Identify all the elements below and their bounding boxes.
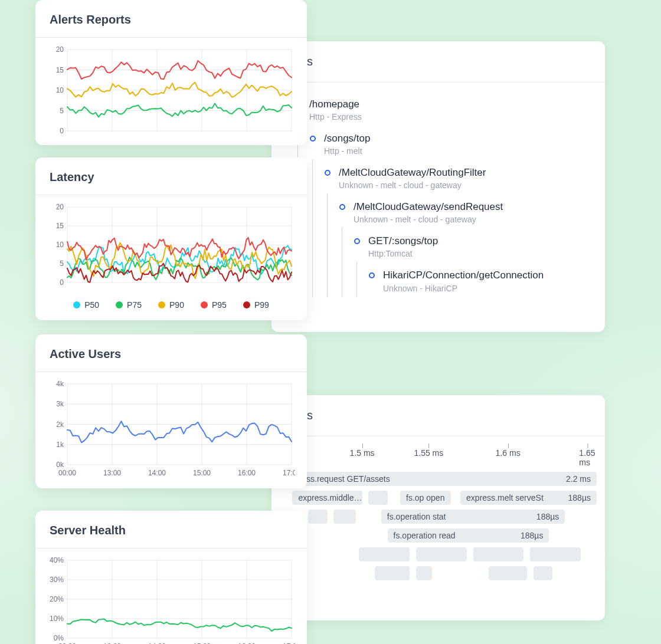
bar-label: fs.operation stat (387, 512, 446, 521)
trace-title: /songs/top (324, 132, 587, 145)
bar-duration: 188µs (515, 531, 543, 540)
latency-card: Latency 05101520 P50P75P90P95P99 (35, 157, 307, 320)
timeline-row: fs.operation read188µs (280, 528, 597, 544)
trace-tree: /homepage Http - Express /songs/top Http… (271, 83, 605, 308)
trace-sub: Http - melt (324, 146, 587, 156)
bar-duration: 188µs (531, 512, 559, 521)
svg-text:0: 0 (60, 278, 64, 286)
health-chart: 0%10%20%30%40%00:0013:0014:0015:0016:001… (47, 557, 295, 644)
trace-title: /MeltCloudGateway/RoutingFilter (339, 166, 587, 179)
timeline-row: express.middle…fs.op openexpress.melt se… (280, 491, 597, 506)
legend-label: P50 (84, 300, 99, 310)
timeline-bar[interactable] (416, 566, 432, 580)
latency-title: Latency (35, 157, 307, 184)
timeline-row (280, 547, 597, 563)
bar-label: fs.op open (406, 493, 444, 502)
svg-text:0: 0 (60, 127, 64, 134)
bar-duration: 2.2 ms (560, 474, 591, 484)
svg-text:10: 10 (56, 241, 64, 249)
svg-text:40%: 40% (50, 557, 64, 564)
trace-dot (310, 136, 316, 142)
latency-legend: P50P75P90P95P99 (35, 297, 307, 320)
timeline-panel-header: s (271, 395, 605, 436)
timeline-tick: 1.6 ms (496, 448, 521, 458)
trace-node[interactable]: HikariCP/Connection/getConnection Unknow… (369, 262, 587, 296)
trace-sub: Unknown - HikariCP (383, 284, 587, 293)
bar-label: express.melt serveSt (466, 493, 544, 502)
svg-text:16:00: 16:00 (238, 469, 256, 477)
timeline-bar[interactable]: express.request GET/assets2.2 ms (280, 472, 597, 486)
svg-text:1k: 1k (56, 441, 64, 449)
svg-text:14:00: 14:00 (148, 469, 166, 477)
timeline-bar[interactable] (375, 566, 410, 580)
trace-node[interactable]: /MeltCloudGateway/sendRequest Unknown - … (339, 193, 587, 296)
trace-node[interactable]: GET/:songs/top Http:Tomcat HikariCP/Conn… (354, 228, 587, 296)
timeline-bar[interactable] (489, 566, 526, 580)
active-chart: 0k1k2k3k4k00:0013:0014:0015:0016:0017:00 (47, 380, 295, 478)
svg-text:20%: 20% (50, 595, 64, 603)
alerts-chart: 05101520 (47, 46, 295, 134)
timeline-bar[interactable] (368, 491, 387, 505)
legend-item: P90 (158, 300, 184, 310)
trace-sub: Unknown - melt - cloud - gateway (354, 215, 587, 224)
health-title: Server Health (35, 511, 307, 537)
trace-title: /homepage (309, 98, 587, 111)
trace-node[interactable]: /songs/top Http - melt /MeltCloudGateway… (310, 125, 587, 296)
svg-text:0%: 0% (54, 634, 64, 642)
timeline-bar[interactable]: fs.op open (400, 491, 451, 505)
legend-dot (158, 301, 165, 308)
timeline-bar[interactable] (530, 547, 581, 561)
bar-duration: 188µs (562, 493, 591, 502)
timeline-bar[interactable]: fs.operation stat188µs (381, 510, 565, 524)
legend-item: P50 (73, 300, 99, 310)
svg-text:15:00: 15:00 (193, 469, 211, 477)
timeline-bar[interactable] (359, 547, 410, 561)
trace-dot (325, 170, 330, 176)
trace-node[interactable]: /MeltCloudGateway/RoutingFilter Unknown … (325, 159, 587, 296)
timeline-row: fs.operation stat188µs (280, 510, 597, 525)
active-title: Active Users (35, 334, 307, 361)
timeline-bar[interactable]: fs.operation read188µs (388, 528, 549, 543)
svg-text:3k: 3k (56, 400, 64, 408)
svg-text:00:00: 00:00 (58, 469, 76, 477)
legend-label: P90 (169, 300, 184, 310)
legend-item: P75 (116, 300, 142, 310)
timeline-bar[interactable]: express.melt serveSt188µs (460, 491, 597, 505)
timeline-bar[interactable] (308, 510, 327, 524)
trace-title: HikariCP/Connection/getConnection (383, 269, 587, 282)
svg-text:17:00: 17:00 (283, 469, 295, 477)
timeline-bar[interactable] (473, 547, 524, 561)
trace-dot (339, 204, 345, 210)
trace-sub: Unknown - melt - cloud - gateway (339, 180, 587, 190)
trace-panel: s /homepage Http - Express /songs/top Ht… (271, 41, 605, 332)
svg-text:10%: 10% (50, 615, 64, 623)
trace-panel-header: s (271, 41, 605, 83)
svg-text:15: 15 (56, 222, 64, 230)
timeline-row (280, 566, 597, 581)
legend-dot (201, 301, 208, 308)
svg-text:20: 20 (56, 203, 64, 211)
legend-label: P75 (127, 300, 142, 310)
trace-sub: Http - Express (309, 112, 587, 121)
timeline-row: express.request GET/assets2.2 ms (280, 472, 597, 487)
trace-dot (354, 238, 360, 244)
svg-text:5: 5 (60, 107, 64, 115)
trace-sub: Http:Tomcat (368, 249, 587, 258)
svg-text:5: 5 (60, 259, 64, 268)
legend-label: P95 (212, 300, 227, 310)
svg-text:2k: 2k (56, 420, 64, 429)
trace-node[interactable]: /homepage Http - Express /songs/top Http… (295, 94, 587, 297)
bar-label: fs.operation read (394, 531, 456, 540)
timeline-bars: express.request GET/assets2.2 msexpress.… (280, 472, 597, 581)
legend-item: P95 (201, 300, 227, 310)
timeline-bar[interactable]: express.middle… (292, 491, 362, 505)
trace-dot (369, 272, 375, 278)
legend-item: P99 (243, 300, 269, 310)
timeline-bar[interactable] (416, 547, 467, 561)
svg-text:4k: 4k (56, 380, 64, 388)
timeline-bar[interactable] (333, 510, 356, 524)
legend-dot (73, 301, 80, 308)
timeline-bar[interactable] (534, 566, 552, 580)
legend-dot (116, 301, 123, 308)
latency-chart: 05101520 (47, 203, 295, 286)
